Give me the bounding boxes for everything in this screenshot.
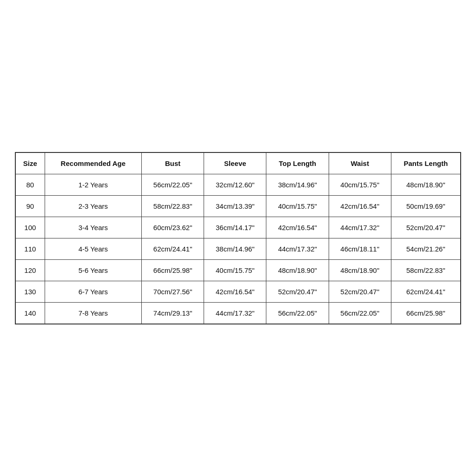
column-header-recommended-age: Recommended Age — [45, 152, 141, 174]
table-row: 1104-5 Years62cm/24.41"38cm/14.96"44cm/1… — [16, 238, 461, 259]
column-header-pants-length: Pants Length — [391, 152, 460, 174]
table-cell: 58cm/22.83" — [142, 195, 204, 217]
table-cell: 42cm/16.54" — [204, 281, 266, 302]
table-cell: 60cm/23.62" — [142, 217, 204, 238]
column-header-top-length: Top Length — [266, 152, 329, 174]
table-cell: 46cm/18.11" — [329, 238, 391, 259]
table-cell: 40cm/15.75" — [266, 195, 329, 217]
table-cell: 3-4 Years — [45, 217, 141, 238]
table-cell: 66cm/25.98" — [391, 302, 460, 324]
table-cell: 66cm/25.98" — [142, 259, 204, 281]
table-cell: 62cm/24.41" — [142, 238, 204, 259]
table-cell: 70cm/27.56" — [142, 281, 204, 302]
size-chart-container: SizeRecommended AgeBustSleeveTop LengthW… — [15, 152, 461, 324]
table-cell: 48cm/18.90" — [329, 259, 391, 281]
table-cell: 52cm/20.47" — [391, 217, 460, 238]
table-cell: 44cm/17.32" — [204, 302, 266, 324]
column-header-waist: Waist — [329, 152, 391, 174]
table-cell: 74cm/29.13" — [142, 302, 204, 324]
table-cell: 56cm/22.05" — [329, 302, 391, 324]
table-cell: 38cm/14.96" — [204, 238, 266, 259]
table-cell: 100 — [16, 217, 45, 238]
table-cell: 52cm/20.47" — [329, 281, 391, 302]
table-cell: 90 — [16, 195, 45, 217]
table-cell: 36cm/14.17" — [204, 217, 266, 238]
table-row: 1407-8 Years74cm/29.13"44cm/17.32"56cm/2… — [16, 302, 461, 324]
table-cell: 40cm/15.75" — [329, 174, 391, 195]
table-cell: 2-3 Years — [45, 195, 141, 217]
table-cell: 42cm/16.54" — [329, 195, 391, 217]
table-cell: 44cm/17.32" — [266, 238, 329, 259]
table-cell: 80 — [16, 174, 45, 195]
table-cell: 1-2 Years — [45, 174, 141, 195]
column-header-sleeve: Sleeve — [204, 152, 266, 174]
table-row: 1003-4 Years60cm/23.62"36cm/14.17"42cm/1… — [16, 217, 461, 238]
table-cell: 120 — [16, 259, 45, 281]
table-cell: 42cm/16.54" — [266, 217, 329, 238]
table-cell: 56cm/22.05" — [142, 174, 204, 195]
table-cell: 48cm/18.90" — [391, 174, 460, 195]
table-cell: 44cm/17.32" — [329, 217, 391, 238]
table-row: 1306-7 Years70cm/27.56"42cm/16.54"52cm/2… — [16, 281, 461, 302]
size-chart-table: SizeRecommended AgeBustSleeveTop LengthW… — [15, 152, 461, 324]
table-cell: 5-6 Years — [45, 259, 141, 281]
table-cell: 54cm/21.26" — [391, 238, 460, 259]
table-row: 902-3 Years58cm/22.83"34cm/13.39"40cm/15… — [16, 195, 461, 217]
table-cell: 56cm/22.05" — [266, 302, 329, 324]
column-header-bust: Bust — [142, 152, 204, 174]
table-cell: 58cm/22.83" — [391, 259, 460, 281]
table-cell: 50cm/19.69" — [391, 195, 460, 217]
table-header-row: SizeRecommended AgeBustSleeveTop LengthW… — [16, 152, 461, 174]
table-cell: 6-7 Years — [45, 281, 141, 302]
table-cell: 110 — [16, 238, 45, 259]
table-cell: 130 — [16, 281, 45, 302]
table-cell: 38cm/14.96" — [266, 174, 329, 195]
table-row: 1205-6 Years66cm/25.98"40cm/15.75"48cm/1… — [16, 259, 461, 281]
column-header-size: Size — [16, 152, 45, 174]
table-cell: 52cm/20.47" — [266, 281, 329, 302]
table-cell: 48cm/18.90" — [266, 259, 329, 281]
table-cell: 32cm/12.60" — [204, 174, 266, 195]
table-cell: 40cm/15.75" — [204, 259, 266, 281]
table-cell: 62cm/24.41" — [391, 281, 460, 302]
table-cell: 140 — [16, 302, 45, 324]
table-cell: 7-8 Years — [45, 302, 141, 324]
table-cell: 4-5 Years — [45, 238, 141, 259]
table-row: 801-2 Years56cm/22.05"32cm/12.60"38cm/14… — [16, 174, 461, 195]
table-cell: 34cm/13.39" — [204, 195, 266, 217]
